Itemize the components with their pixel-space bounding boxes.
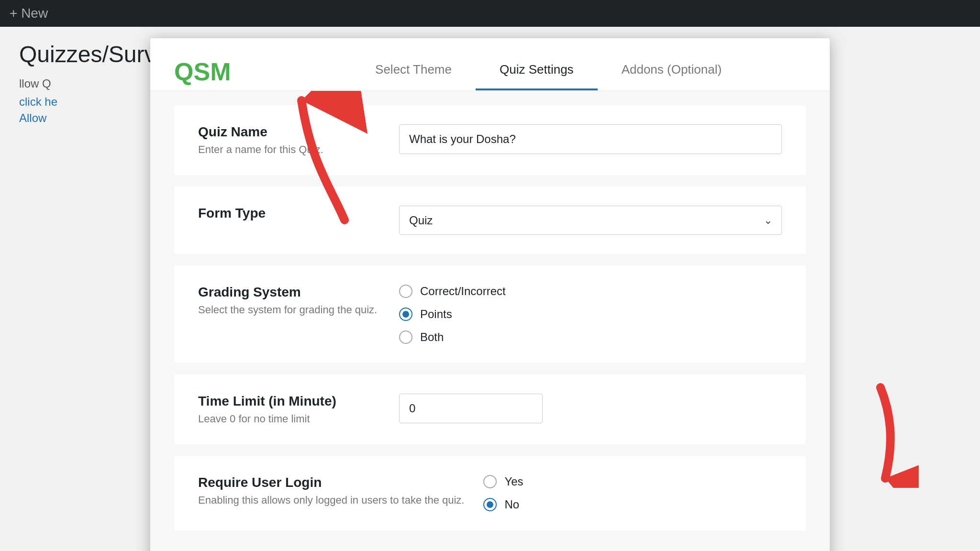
require-login-label: Require User Login — [198, 475, 464, 490]
grading-points-label: Points — [420, 308, 452, 321]
grading-points[interactable]: Points — [399, 308, 782, 321]
radio-points-circle — [399, 308, 412, 321]
allow-link[interactable]: Allow — [19, 111, 46, 124]
quiz-name-description: Enter a name for this Quiz. — [198, 143, 380, 156]
quiz-name-label: Quiz Name — [198, 124, 380, 140]
require-login-section: Require User Login Enabling this allows … — [174, 456, 806, 530]
require-login-options: Yes No — [483, 475, 782, 511]
tab-select-theme[interactable]: Select Theme — [351, 53, 476, 90]
grading-correct-incorrect-label: Correct/Incorrect — [420, 285, 506, 298]
time-limit-label-area: Time Limit (in Minute) Leave 0 for no ti… — [198, 394, 380, 425]
quiz-name-section: Quiz Name Enter a name for this Quiz. — [174, 105, 806, 175]
radio-no-circle — [483, 498, 497, 511]
time-limit-input[interactable] — [399, 394, 543, 423]
login-yes[interactable]: Yes — [483, 475, 782, 488]
grading-radio-group: Correct/Incorrect Points Both — [399, 285, 782, 344]
modal: QSM Select Theme Quiz Settings Addons (O… — [150, 38, 830, 551]
grading-system-options: Correct/Incorrect Points Both — [399, 285, 782, 344]
radio-correct-incorrect-circle — [399, 285, 412, 298]
new-button[interactable]: + New — [10, 6, 48, 21]
grading-both[interactable]: Both — [399, 331, 782, 344]
tab-quiz-settings[interactable]: Quiz Settings — [476, 53, 598, 90]
login-yes-label: Yes — [504, 475, 523, 488]
qsm-logo-text: QSM — [174, 58, 231, 86]
time-limit-input-area — [399, 394, 782, 423]
form-type-label: Form Type — [198, 206, 380, 221]
time-limit-label: Time Limit (in Minute) — [198, 394, 380, 409]
require-login-label-area: Require User Login Enabling this allows … — [198, 475, 464, 507]
wp-topbar: + New — [0, 0, 980, 27]
grading-both-label: Both — [420, 331, 444, 344]
modal-body: Quiz Name Enter a name for this Quiz. Fo… — [150, 91, 830, 551]
form-type-input-area: Quiz Survey Poll ⌄ — [399, 206, 782, 235]
form-type-select-wrapper: Quiz Survey Poll ⌄ — [399, 206, 782, 235]
login-radio-group: Yes No — [483, 475, 782, 511]
grading-system-section: Grading System Select the system for gra… — [174, 265, 806, 363]
sidebar-text-1: llow Q — [19, 77, 51, 90]
grading-system-label: Grading System — [198, 285, 380, 300]
radio-yes-circle — [483, 475, 497, 488]
modal-header: QSM Select Theme Quiz Settings Addons (O… — [150, 38, 830, 91]
grading-correct-incorrect[interactable]: Correct/Incorrect — [399, 285, 782, 298]
login-no-label: No — [504, 498, 519, 511]
quiz-name-input[interactable] — [399, 124, 782, 154]
tab-addons[interactable]: Addons (Optional) — [598, 53, 746, 90]
grading-system-description: Select the system for grading the quiz. — [198, 304, 380, 316]
qsm-logo: QSM — [174, 57, 231, 86]
quiz-name-label-area: Quiz Name Enter a name for this Quiz. — [198, 124, 380, 156]
form-type-label-area: Form Type — [198, 206, 380, 225]
modal-tabs: Select Theme Quiz Settings Addons (Optio… — [351, 53, 746, 90]
radio-both-circle — [399, 331, 412, 344]
time-limit-description: Leave 0 for no time limit — [198, 413, 380, 425]
time-limit-section: Time Limit (in Minute) Leave 0 for no ti… — [174, 375, 806, 444]
form-type-section: Form Type Quiz Survey Poll ⌄ — [174, 187, 806, 254]
login-no[interactable]: No — [483, 498, 782, 511]
form-type-select[interactable]: Quiz Survey Poll — [399, 206, 782, 235]
quiz-name-input-area — [399, 124, 782, 154]
click-here-link[interactable]: click he — [19, 95, 57, 108]
grading-system-label-area: Grading System Select the system for gra… — [198, 285, 380, 316]
require-login-description: Enabling this allows only logged in user… — [198, 494, 464, 507]
